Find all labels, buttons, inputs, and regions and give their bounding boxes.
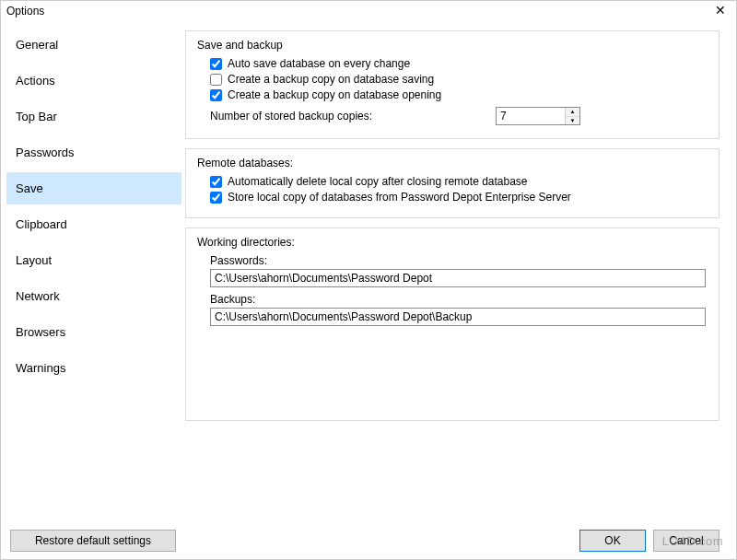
input-passwords-dir[interactable] <box>210 269 706 287</box>
label-passwords-dir: Passwords: <box>210 254 708 267</box>
section-title-remote: Remote databases: <box>197 157 708 169</box>
section-title-save-backup: Save and backup <box>197 39 708 52</box>
main-panel: Save and backup Auto save database on ev… <box>181 21 736 520</box>
titlebar: Options ✕ <box>1 1 736 21</box>
checkbox-backup-on-open[interactable] <box>210 89 222 101</box>
label-backup-on-open: Create a backup copy on database opening <box>228 88 441 101</box>
sidebar-item-passwords[interactable]: Passwords <box>6 136 181 169</box>
content-area: General Actions Top Bar Passwords Save C… <box>1 21 736 520</box>
label-auto-delete-local: Automatically delete local copy after cl… <box>228 175 528 188</box>
sidebar-item-browsers[interactable]: Browsers <box>6 316 181 348</box>
input-num-backups[interactable] <box>497 108 565 124</box>
ok-button[interactable]: OK <box>579 530 646 552</box>
label-backup-on-save: Create a backup copy on database saving <box>228 73 434 86</box>
label-num-backups: Number of stored backup copies: <box>210 110 496 122</box>
sidebar-item-top-bar[interactable]: Top Bar <box>6 100 181 133</box>
spinner-down-icon[interactable]: ▼ <box>566 117 579 125</box>
spinner-up-icon[interactable]: ▲ <box>566 108 579 117</box>
spinner-num-backups[interactable]: ▲ ▼ <box>496 107 580 125</box>
restore-defaults-button[interactable]: Restore default settings <box>10 530 176 552</box>
sidebar-item-general[interactable]: General <box>6 29 181 61</box>
sidebar-item-save[interactable]: Save <box>6 172 181 204</box>
label-auto-save: Auto save database on every change <box>228 57 410 70</box>
sidebar-item-actions[interactable]: Actions <box>6 64 181 97</box>
input-backups-dir[interactable] <box>210 308 706 326</box>
section-title-working-dirs: Working directories: <box>197 236 708 249</box>
checkbox-auto-delete-local[interactable] <box>210 176 222 188</box>
sidebar-item-warnings[interactable]: Warnings <box>6 352 181 384</box>
window-title: Options <box>6 5 44 18</box>
checkbox-store-local[interactable] <box>210 192 222 204</box>
sidebar-item-clipboard[interactable]: Clipboard <box>6 208 181 240</box>
footer: Restore default settings OK Cancel <box>1 522 736 559</box>
sidebar-item-layout[interactable]: Layout <box>6 244 181 276</box>
checkbox-backup-on-save[interactable] <box>210 74 222 86</box>
label-store-local: Store local copy of databases from Passw… <box>228 191 571 204</box>
sidebar: General Actions Top Bar Passwords Save C… <box>1 21 181 520</box>
section-working-dirs: Working directories: Passwords: Backups: <box>185 228 719 421</box>
sidebar-item-network[interactable]: Network <box>6 280 181 312</box>
section-remote: Remote databases: Automatically delete l… <box>185 148 719 218</box>
cancel-button[interactable]: Cancel <box>653 530 719 552</box>
close-icon[interactable]: ✕ <box>712 3 729 18</box>
checkbox-auto-save[interactable] <box>210 58 222 70</box>
section-save-backup: Save and backup Auto save database on ev… <box>185 30 719 139</box>
label-backups-dir: Backups: <box>210 293 708 306</box>
